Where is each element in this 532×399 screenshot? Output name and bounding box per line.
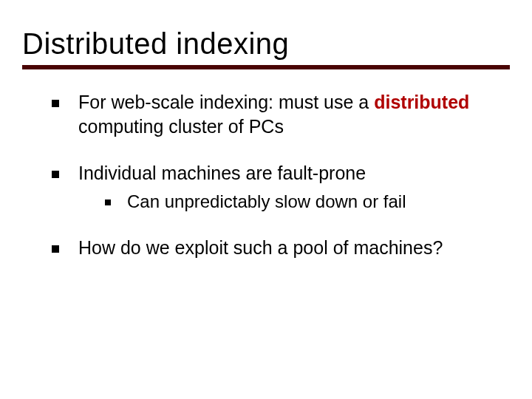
bullet-item: Individual machines are fault-prone Can … bbox=[52, 161, 488, 214]
slide-title: Distributed indexing bbox=[22, 28, 532, 59]
bullet-item: How do we exploit such a pool of machine… bbox=[52, 236, 488, 260]
title-rule bbox=[22, 65, 510, 69]
title-block: Distributed indexing bbox=[0, 0, 532, 59]
sub-bullet-list: Can unpredictably slow down or fail bbox=[78, 190, 488, 214]
slide: Distributed indexing For web-scale index… bbox=[0, 0, 532, 399]
bullet-text-highlight: distributed bbox=[374, 92, 469, 112]
bullet-text-pre: For web-scale indexing: must use a bbox=[78, 92, 374, 112]
bullet-item: For web-scale indexing: must use a distr… bbox=[52, 90, 488, 139]
sub-bullet-item: Can unpredictably slow down or fail bbox=[105, 190, 488, 214]
bullet-list: For web-scale indexing: must use a distr… bbox=[0, 90, 532, 260]
sub-bullet-text: Can unpredictably slow down or fail bbox=[127, 191, 406, 211]
bullet-text-post: computing cluster of PCs bbox=[78, 116, 284, 137]
bullet-text-pre: How do we exploit such a pool of machine… bbox=[78, 237, 443, 258]
bullet-text-pre: Individual machines are fault-prone bbox=[78, 163, 366, 183]
